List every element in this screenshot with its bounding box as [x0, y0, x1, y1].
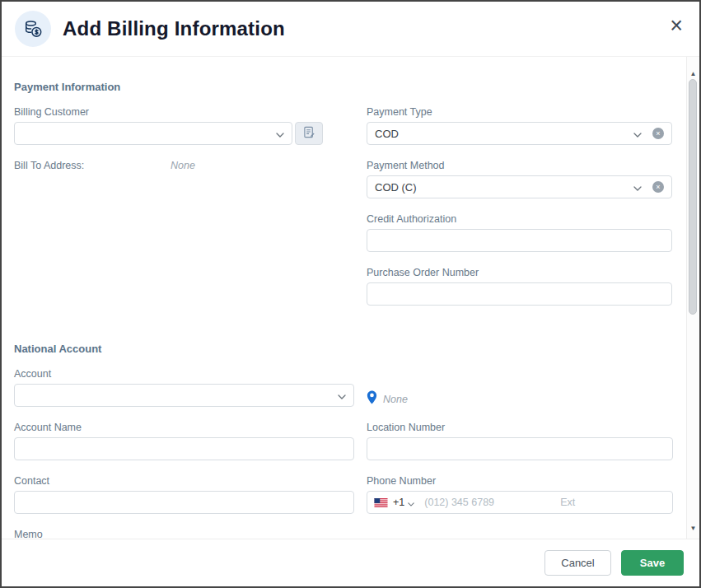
cancel-button[interactable]: Cancel [544, 550, 611, 576]
account-name-input[interactable] [14, 437, 354, 460]
clear-icon[interactable]: × [652, 181, 664, 193]
location-number-field: Location Number [367, 422, 673, 460]
payment-right-column: Payment Type COD × Payment Method COD (C… [367, 106, 672, 320]
memo-label: Memo [14, 529, 672, 539]
location-number-label: Location Number [367, 422, 673, 433]
payment-left-column: Billing Customer [14, 106, 354, 320]
us-flag-icon[interactable] [374, 498, 388, 507]
contact-label: Contact [14, 475, 354, 487]
payment-method-field: Payment Method COD (C) × [367, 160, 672, 198]
purchase-order-input[interactable] [367, 282, 672, 306]
bill-to-address-value: None [171, 160, 195, 171]
billing-customer-label: Billing Customer [14, 106, 354, 118]
contact-field: Contact [14, 475, 354, 514]
scroll-down-icon[interactable]: ▼ [687, 525, 699, 532]
account-location-cell: None [367, 368, 673, 422]
purchase-order-field: Purchase Order Number [367, 267, 672, 306]
location-pin-icon [367, 390, 377, 408]
phone-ext-input[interactable] [558, 496, 666, 509]
location-number-input[interactable] [367, 437, 673, 460]
contact-input[interactable] [14, 491, 354, 514]
payment-type-select[interactable]: COD × [367, 122, 672, 145]
payment-type-label: Payment Type [367, 106, 672, 118]
account-location-value: None [383, 394, 408, 405]
payment-method-value: COD (C) [375, 181, 633, 194]
payment-information-heading: Payment Information [14, 81, 672, 93]
customer-form-icon [303, 126, 315, 142]
modal-body: Payment Information Billing Customer [2, 57, 685, 539]
credit-authorization-field: Credit Authorization [367, 213, 672, 252]
bill-to-address-label: Bill To Address: [14, 160, 171, 171]
payment-type-field: Payment Type COD × [367, 106, 672, 145]
modal-header: Add Billing Information × [2, 2, 699, 57]
country-code-value[interactable]: +1 [393, 497, 404, 508]
vertical-scrollbar[interactable]: ▲ ▼ [686, 57, 699, 539]
bill-to-address-row: Bill To Address: None [14, 160, 354, 171]
scrollbar-thumb[interactable] [689, 79, 697, 315]
payment-grid: Billing Customer [14, 106, 672, 320]
save-button[interactable]: Save [621, 550, 684, 576]
phone-number-field: Phone Number +1 [367, 475, 673, 514]
chevron-down-icon[interactable] [408, 495, 414, 510]
payment-method-label: Payment Method [367, 160, 672, 171]
add-billing-modal: Add Billing Information × Payment Inform… [0, 0, 701, 588]
account-select[interactable] [14, 384, 354, 407]
billing-customer-field: Billing Customer [14, 106, 354, 145]
customer-lookup-button[interactable] [295, 122, 323, 145]
credit-authorization-label: Credit Authorization [367, 213, 672, 225]
chevron-down-icon [633, 126, 642, 141]
clear-icon[interactable]: × [652, 128, 664, 139]
account-field: Account [14, 368, 354, 407]
payment-method-select[interactable]: COD (C) × [367, 175, 672, 198]
phone-number-input[interactable] [423, 496, 558, 509]
chevron-down-icon [276, 126, 284, 141]
national-grid: Account None [14, 368, 672, 529]
credit-authorization-input[interactable] [367, 229, 672, 252]
memo-field: Memo [14, 529, 672, 539]
scroll-up-icon[interactable]: ▲ [687, 70, 699, 77]
billing-coins-icon [15, 11, 51, 47]
chevron-down-icon [338, 388, 346, 403]
account-name-field: Account Name [14, 422, 354, 460]
account-name-label: Account Name [14, 422, 354, 433]
phone-number-group: +1 [367, 491, 673, 514]
close-icon[interactable]: × [670, 15, 683, 37]
page-title: Add Billing Information [63, 17, 285, 40]
purchase-order-label: Purchase Order Number [367, 267, 672, 278]
phone-number-label: Phone Number [367, 475, 673, 487]
modal-footer: Cancel Save [2, 539, 699, 586]
chevron-down-icon [633, 180, 642, 194]
billing-customer-select[interactable] [14, 122, 292, 145]
payment-type-value: COD [375, 128, 633, 140]
account-label: Account [14, 368, 354, 380]
national-account-heading: National Account [14, 343, 672, 355]
